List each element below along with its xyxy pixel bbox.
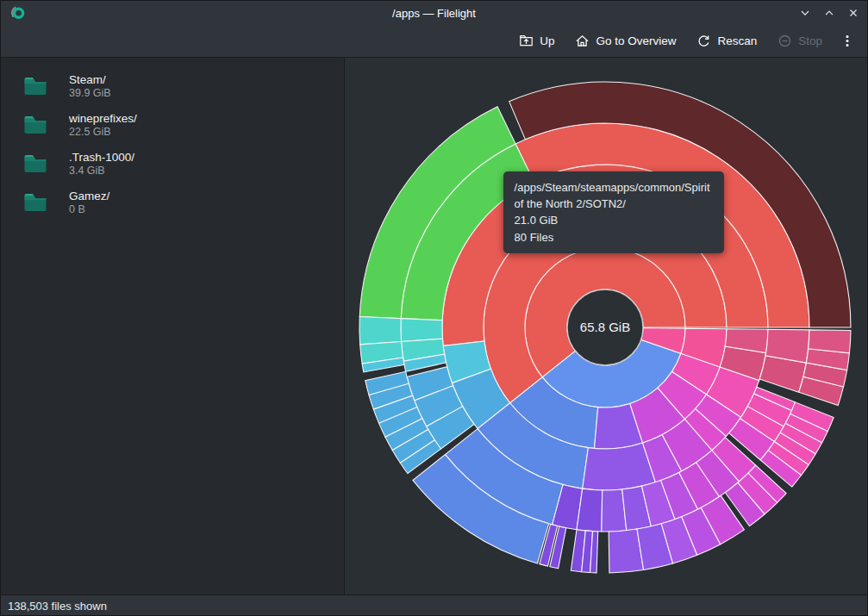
overflow-menu-button[interactable] xyxy=(836,29,859,53)
sunburst-chart[interactable]: 65.8 GiB xyxy=(345,58,868,593)
toolbar: Up Go to Overview Rescan Stop xyxy=(1,25,867,57)
chart-segment[interactable] xyxy=(808,330,850,353)
tooltip-size: 21.0 GiB xyxy=(515,212,713,228)
titlebar: /apps — Filelight xyxy=(1,1,867,25)
window-title: /apps — Filelight xyxy=(1,7,867,20)
stop-button-label: Stop xyxy=(798,34,822,47)
folder-size: 39.9 GiB xyxy=(69,87,111,99)
up-button-label: Up xyxy=(540,34,554,47)
folder-name: wineprefixes/ xyxy=(69,112,137,125)
go-to-overview-button[interactable]: Go to Overview xyxy=(568,29,683,53)
folder-icon xyxy=(23,192,47,212)
folder-list-item[interactable]: Gamez/ 0 B xyxy=(1,183,344,221)
folder-size: 22.5 GiB xyxy=(69,126,137,138)
stop-icon xyxy=(777,34,792,48)
refresh-icon xyxy=(696,34,711,48)
folder-icon xyxy=(23,115,47,134)
home-icon xyxy=(575,34,590,48)
center-total-size-label: 65.8 GiB xyxy=(579,320,629,334)
folder-up-icon xyxy=(519,34,534,48)
chart-segment[interactable] xyxy=(359,317,402,345)
window-maximize-icon[interactable] xyxy=(823,8,834,19)
files-shown-status: 138,503 files shown xyxy=(8,600,107,613)
segment-tooltip: /apps/Steam/steamapps/common/Spirit of t… xyxy=(503,171,724,253)
filelight-window: { "window": { "title": "/apps — Fileligh… xyxy=(0,0,868,616)
folder-name: .Trash-1000/ xyxy=(69,151,134,164)
folder-list-item[interactable]: .Trash-1000/ 3.4 GiB xyxy=(1,144,344,183)
folder-list-item[interactable]: Steam/ 39.9 GiB xyxy=(1,66,344,105)
up-button[interactable]: Up xyxy=(512,29,561,53)
folder-name: Gamez/ xyxy=(69,190,109,202)
folder-icon xyxy=(23,153,47,173)
chart-segment[interactable] xyxy=(401,319,442,342)
folder-icon xyxy=(23,76,47,96)
folder-name: Steam/ xyxy=(69,73,111,86)
folder-list-item[interactable]: wineprefixes/ 22.5 GiB xyxy=(1,105,344,144)
folder-list-sidebar: Steam/ 39.9 GiB wineprefixes/ 22.5 GiB xyxy=(1,58,345,594)
statusbar: 138,503 files shown xyxy=(1,594,867,616)
tooltip-path: /apps/Steam/steamapps/common/Spirit of t… xyxy=(515,179,713,212)
folder-size: 3.4 GiB xyxy=(69,165,134,177)
window-minimize-icon[interactable] xyxy=(799,8,810,19)
tooltip-files: 80 Files xyxy=(515,229,713,246)
window-close-icon[interactable] xyxy=(847,8,859,19)
rescan-button[interactable]: Rescan xyxy=(690,29,764,53)
rescan-button-label: Rescan xyxy=(717,34,757,47)
go-to-overview-label: Go to Overview xyxy=(596,34,676,47)
stop-button: Stop xyxy=(771,29,829,53)
overflow-menu-icon xyxy=(841,34,853,48)
radial-map-panel: 65.8 GiB /apps/Steam/steamapps/common/Sp… xyxy=(345,58,867,594)
folder-size: 0 B xyxy=(69,203,109,215)
